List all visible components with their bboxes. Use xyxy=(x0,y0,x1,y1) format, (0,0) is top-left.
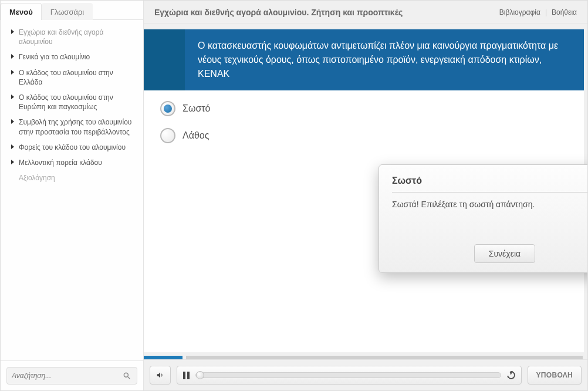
option-correct[interactable]: Σωστό xyxy=(160,101,584,116)
content-area: Εγχώρια και διεθνής αγορά αλουμινίου. Ζή… xyxy=(144,1,587,390)
menu-item-5[interactable]: Φορείς του κλάδου του αλουμινίου xyxy=(1,140,143,155)
feedback-title: Σωστό xyxy=(392,176,588,193)
menu-item-2[interactable]: Ο κλάδος του αλουμινίου στην Ελλάδα xyxy=(1,65,143,90)
caret-right-icon xyxy=(11,29,14,34)
continue-button[interactable]: Συνέχεια xyxy=(474,244,535,263)
options: Σωστό Λάθος xyxy=(144,90,584,143)
menu-list: Εγχώρια και διεθνής αγορά αλουμινίου Γεν… xyxy=(1,19,143,360)
sidebar-tabs: Μενού Γλωσσάρι xyxy=(1,1,143,19)
option-wrong[interactable]: Λάθος xyxy=(160,128,584,143)
menu-item-label: Εγχώρια και διεθνής αγορά αλουμινίου xyxy=(19,28,137,46)
menu-item-label: Αξιολόγηση xyxy=(19,173,55,183)
tab-glossary[interactable]: Γλωσσάρι xyxy=(42,3,93,20)
search-row xyxy=(1,360,143,390)
caret-right-icon xyxy=(11,160,14,164)
pause-icon xyxy=(183,372,190,379)
search-input[interactable] xyxy=(12,372,119,380)
menu-item-1[interactable]: Γενικά για το αλουμίνιο xyxy=(1,49,143,65)
content-header: Εγχώρια και διεθνής αγορά αλουμινίου. Ζή… xyxy=(144,1,587,23)
menu-item-6[interactable]: Μελλοντική πορεία κλάδου xyxy=(1,155,143,170)
menu-item-label: Γενικά για το αλουμίνιο xyxy=(19,52,90,62)
svg-line-1 xyxy=(128,377,130,379)
caret-right-icon xyxy=(11,144,14,149)
menu-item-4[interactable]: Συμβολή της χρήσης του αλουμινίου στην π… xyxy=(1,114,143,139)
sidebar: Μενού Γλωσσάρι Εγχώρια και διεθνής αγορά… xyxy=(1,1,144,390)
slide-progress xyxy=(144,352,587,359)
header-links: Βιβλιογραφία | Βοήθεια xyxy=(499,8,577,16)
tab-menu[interactable]: Μενού xyxy=(1,3,42,20)
menu-item-label: Φορείς του κλάδου του αλουμινίου xyxy=(19,143,126,152)
search-icon xyxy=(123,372,131,380)
feedback-popup: Σωστό Σωστά! Επιλέξατε τη σωστή απάντηση… xyxy=(379,164,588,273)
search-wrap xyxy=(6,367,137,385)
feedback-actions: Συνέχεια xyxy=(392,244,588,263)
caret-right-icon xyxy=(11,119,14,124)
caret-right-icon xyxy=(11,54,14,59)
seek-thumb[interactable] xyxy=(196,371,204,379)
prompt-accent-strip xyxy=(144,29,185,90)
menu-item-label: Ο κλάδος του αλουμινίου στην Ελλάδα xyxy=(19,68,137,87)
question-prompt: Ο κατασκευαστής κουφωμάτων αντιμετωπίζει… xyxy=(185,29,584,90)
replay-button[interactable] xyxy=(507,371,515,379)
page-title: Εγχώρια και διεθνής αγορά αλουμινίου. Ζή… xyxy=(154,8,499,17)
link-help[interactable]: Βοήθεια xyxy=(552,8,577,16)
submit-button[interactable]: ΥΠΟΒΟΛΗ xyxy=(528,366,582,385)
player-controls: ΥΠΟΒΟΛΗ xyxy=(144,359,587,390)
volume-icon xyxy=(156,371,165,379)
volume-button[interactable] xyxy=(150,366,171,385)
seek-track[interactable] xyxy=(195,372,501,378)
menu-item-0[interactable]: Εγχώρια και διεθνής αγορά αλουμινίου xyxy=(1,25,143,49)
caret-right-icon xyxy=(11,70,14,75)
search-button[interactable] xyxy=(119,369,134,383)
radio-selected-icon xyxy=(160,101,175,116)
svg-point-0 xyxy=(124,373,128,377)
replay-icon xyxy=(505,369,516,380)
link-bibliography[interactable]: Βιβλιογραφία xyxy=(499,8,540,16)
seek-bar-container xyxy=(177,366,522,385)
menu-item-label: Μελλοντική πορεία κλάδου xyxy=(19,158,102,167)
option-label: Σωστό xyxy=(183,103,210,114)
menu-item-label: Συμβολή της χρήσης του αλουμινίου στην π… xyxy=(19,117,137,136)
caret-right-icon xyxy=(11,95,14,99)
pause-button[interactable] xyxy=(183,372,190,379)
feedback-text: Σωστά! Επιλέξατε τη σωστή απάντηση. xyxy=(392,200,588,234)
menu-item-7: Αξιολόγηση xyxy=(1,170,143,186)
question-prompt-row: Ο κατασκευαστής κουφωμάτων αντιμετωπίζει… xyxy=(144,29,584,90)
menu-item-3[interactable]: Ο κλάδος του αλουμινίου στην Ευρώπη και … xyxy=(1,90,143,114)
separator: | xyxy=(545,8,547,16)
slide: Ο κατασκευαστής κουφωμάτων αντιμετωπίζει… xyxy=(144,29,584,352)
radio-unselected-icon xyxy=(160,128,175,143)
menu-item-label: Ο κλάδος του αλουμινίου στην Ευρώπη και … xyxy=(19,93,137,112)
option-label: Λάθος xyxy=(183,130,209,141)
